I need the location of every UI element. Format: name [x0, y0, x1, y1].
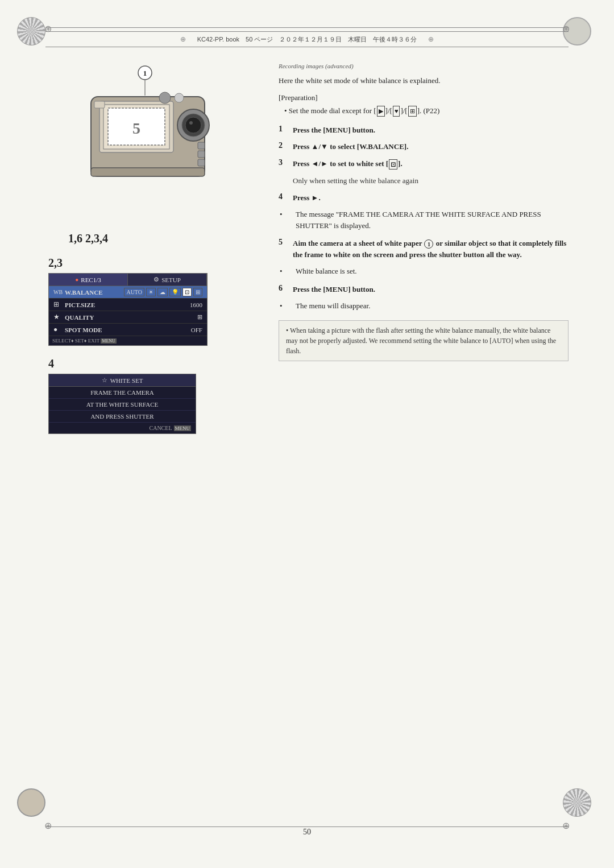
spotmode-value: OFF — [191, 326, 202, 333]
step-3-text: Press ◄/► to set to white set [⊡]. — [293, 158, 403, 170]
svg-rect-16 — [198, 159, 205, 166]
step-label-16: 1,6 2,3,4 — [68, 232, 108, 245]
mode-icon-1: ▶ — [377, 106, 385, 117]
menu-23-box: ● REC1/3 ⚙ SETUP WB W.BALANCE AUTO ☀ — [48, 273, 208, 346]
pictsize-label: PICT.SIZE — [65, 301, 190, 308]
whiteset-icon: ⊡ — [389, 159, 397, 170]
menu-footer-text: SELECT♦ SET♦ EXIT MENU — [52, 338, 117, 344]
step-5-text: Aim the camera at a sheet of white paper… — [293, 238, 569, 260]
rec-icon: ● — [75, 276, 78, 283]
mode-icon-2: ♥ — [393, 106, 400, 117]
quality-label: QUALITY — [65, 314, 197, 321]
menu-row-wbalance: WB W.BALANCE AUTO ☀ ☁ 💡 ⊡ ⊞ — [49, 286, 207, 299]
page: ⊕ KC42-PP. book 50 ページ ２０２年１２月１９日 木曜日 午後… — [0, 0, 614, 868]
pictsize-icon: ⊞ — [53, 300, 65, 309]
camera-svg: 1 — [57, 63, 233, 216]
step-4: 4 Press ►. — [279, 192, 569, 204]
white-set-row-2: AT THE WHITE SURFACE — [49, 399, 196, 411]
mode-icon-3: ⊞ — [408, 106, 417, 117]
svg-rect-15 — [198, 151, 205, 158]
menu-label-badge: MENU — [174, 425, 192, 431]
spotmode-icon: ● — [53, 325, 65, 334]
step-6-text: Press the [MENU] button. — [293, 284, 375, 295]
content-area: 1 — [45, 57, 569, 811]
svg-text:5: 5 — [132, 119, 140, 137]
right-column: Recording images (advanced) Here the whi… — [256, 57, 569, 811]
step-4-bullet: The message "FRAME THE CAMERA AT THE WHI… — [279, 209, 569, 231]
menu-tab-rec: ● REC1/3 — [49, 274, 128, 286]
pictsize-value: 1600 — [190, 301, 202, 308]
step-1-text: Press the [MENU] button. — [293, 125, 375, 136]
prep-title: [Preparation] — [279, 93, 569, 102]
prep-section: [Preparation] • Set the mode dial except… — [279, 93, 569, 117]
wbalance-label: W.BALANCE — [65, 289, 124, 296]
crosshair-right: ⊕ — [428, 35, 434, 44]
setup-icon: ⚙ — [154, 276, 159, 283]
step-2-num: 2 — [279, 141, 293, 150]
bottom-crosshair-right: ⊕ — [562, 820, 570, 831]
menu-row-pictsize: ⊞ PICT.SIZE 1600 — [49, 299, 207, 311]
only-when-note: Only when setting the white balance agai… — [279, 175, 569, 187]
step-6-num: 6 — [279, 284, 293, 293]
white-set-box: ☆ WHITE SET FRAME THE CAMERA AT THE WHIT… — [48, 374, 196, 434]
step-labels: 1,6 2,3,4 — [68, 232, 256, 245]
white-set-header: ☆ WHITE SET — [49, 374, 196, 387]
white-set-row-1: FRAME THE CAMERA — [49, 387, 196, 399]
prep-item: • Set the mode dial except for [▶]/[♥]/[… — [279, 105, 569, 117]
wb-icon-label: WB — [53, 289, 65, 295]
menu-row-quality: ★ QUALITY ⊞ — [49, 311, 207, 324]
menu-footer: SELECT♦ SET♦ EXIT MENU — [49, 336, 207, 345]
white-set-row-3: AND PRESS SHUTTER — [49, 411, 196, 423]
svg-point-13 — [175, 93, 184, 102]
menu-tab-setup: ⚙ SETUP — [128, 274, 207, 286]
svg-rect-11 — [94, 101, 105, 108]
bottom-note-text: • When taking a picture with the flash a… — [286, 326, 556, 355]
circle-1: 1 — [424, 239, 433, 249]
bottom-crosshair-left: ⊕ — [44, 820, 52, 831]
step-6: 6 Press the [MENU] button. — [279, 284, 569, 295]
svg-text:1: 1 — [143, 69, 147, 77]
spotmode-label: SPOT MODE — [65, 326, 191, 333]
header-bar: ⊕ KC42-PP. book 50 ページ ２０２年１２月１９日 木曜日 午後… — [45, 31, 569, 47]
crosshair-left: ⊕ — [180, 35, 186, 44]
step-4-num: 4 — [279, 192, 293, 201]
bottom-rule — [45, 826, 569, 827]
step-6-bullet: The menu will disappear. — [279, 300, 569, 312]
wb-auto: AUTO — [124, 288, 144, 296]
step-4-label: 4 — [48, 357, 256, 370]
cancel-label: CANCEL — [150, 425, 172, 431]
top-crosshair-left: ⊕ — [44, 23, 52, 34]
step-2: 2 Press ▲/▼ to select [W.BALANCE]. — [279, 141, 569, 152]
step-3: 3 Press ◄/► to set to white set [⊡]. — [279, 158, 569, 170]
svg-point-10 — [189, 121, 193, 125]
step-2-text: Press ▲/▼ to select [W.BALANCE]. — [293, 141, 408, 152]
quality-icon: ★ — [53, 313, 65, 321]
left-column: 1 — [45, 57, 256, 811]
page-number: 50 — [303, 828, 311, 837]
section-label: Recording images (advanced) — [279, 63, 569, 69]
menu-23-label: 2,3 — [48, 257, 256, 270]
menu-header-row: ● REC1/3 ⚙ SETUP — [49, 274, 207, 286]
setup-tab-label: SETUP — [161, 276, 181, 283]
top-rule — [45, 27, 569, 28]
svg-point-12 — [159, 92, 171, 104]
wb-flash: ⊡ — [182, 288, 192, 296]
quality-value: ⊞ — [197, 313, 202, 321]
step-1: 1 Press the [MENU] button. — [279, 125, 569, 136]
white-set-title: WHITE SET — [110, 377, 143, 384]
top-crosshair-right: ⊕ — [562, 23, 570, 34]
step-4-text: Press ►. — [293, 192, 321, 204]
wb-bulb: 💡 — [169, 288, 181, 296]
wb-icons-row: AUTO ☀ ☁ 💡 ⊡ ⊞ — [124, 288, 202, 296]
step-5-bullet: White balance is set. — [279, 266, 569, 277]
step-5-num: 5 — [279, 238, 293, 247]
rec-tab-label: REC1/3 — [81, 276, 101, 283]
svg-point-9 — [185, 117, 201, 133]
white-set-footer: CANCEL MENU — [49, 423, 196, 433]
intro-text: Here the white set mode of white balance… — [279, 75, 569, 86]
wb-custom: ⊞ — [193, 288, 202, 296]
camera-diagram: 1 — [57, 63, 239, 222]
wb-sun: ☀ — [146, 288, 156, 296]
step-5: 5 Aim the camera at a sheet of white pap… — [279, 238, 569, 260]
step-1-num: 1 — [279, 125, 293, 134]
